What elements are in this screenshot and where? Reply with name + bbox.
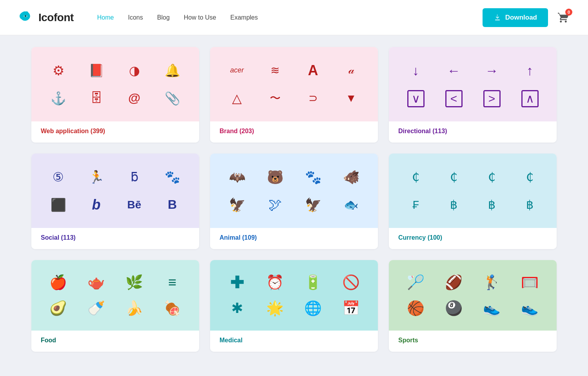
- card-footer-food: Food: [31, 331, 199, 352]
- icon-bat: 🦇: [228, 168, 247, 186]
- download-button[interactable]: Download: [483, 8, 548, 27]
- icon-bebo: b: [87, 195, 106, 214]
- card-medical: ✚ ⏰ 🔋 🚫 ✱ 🌟 🌐 📅 Medical: [210, 260, 378, 352]
- icon-at: @: [125, 89, 144, 108]
- card-footer-animal: Animal (109): [210, 228, 378, 249]
- icon-brand7: ⊃: [304, 89, 323, 108]
- icon-blackberry: ⬛: [49, 195, 68, 214]
- icon-basketball-net: 🥅: [521, 273, 539, 292]
- card-title-food[interactable]: Food: [41, 337, 56, 343]
- icon-wings: 🦅: [304, 195, 323, 214]
- card-preview-directional: ↓ ← → ↑ ∨ < > ∧: [389, 47, 557, 121]
- card-title-animal[interactable]: Animal (109): [220, 234, 257, 241]
- icon-artichoke: 🌿: [125, 273, 144, 292]
- header-actions: Download 0: [483, 8, 572, 27]
- icon-bluetooth: ✱: [228, 299, 247, 318]
- icon-brightness: 🌟: [266, 299, 285, 318]
- icon-currency3: ₵: [483, 168, 501, 186]
- logo-text: Icofont: [38, 11, 74, 24]
- nav-home[interactable]: Home: [97, 14, 114, 21]
- card-title-currency[interactable]: Currency (100): [398, 234, 442, 241]
- icon-attach: 📎: [163, 89, 182, 108]
- nav-icons[interactable]: Icons: [128, 14, 143, 21]
- icon-bitcoin: ฿: [445, 195, 463, 214]
- icon-anchor: ⚓: [49, 89, 68, 108]
- icon-half-circle: ◑: [125, 61, 144, 80]
- icon-alarm-clock: ⏰: [266, 273, 285, 292]
- icon-arrow-left: ←: [445, 61, 463, 80]
- card-footer-social: Social (113): [31, 228, 199, 249]
- icon-badminton: 🏸: [407, 273, 425, 292]
- icon-currency7: ฿: [483, 195, 501, 214]
- card-footer-web-application: Web application (399): [31, 121, 199, 143]
- icon-adobe: A: [304, 61, 323, 80]
- icon-baidu: 🐾: [163, 168, 182, 186]
- icon-bottle: 🍼: [87, 299, 106, 318]
- logo-icon: [16, 8, 34, 27]
- icon-dir-box-right: >: [483, 90, 501, 107]
- icon-blocked: 🚫: [342, 273, 361, 292]
- card-preview-food: 🍎 🫖 🌿 ≡ 🥑 🍼 🍌 🍖: [31, 260, 199, 331]
- cart-button[interactable]: 0: [554, 9, 572, 27]
- icon-500px: ⑤: [49, 168, 68, 186]
- card-sports: 🏸 🏈 🏌 🥅 🏀 🎱 👟 👟 Sports: [389, 260, 557, 352]
- icon-boar: 🐗: [342, 168, 361, 186]
- icon-bell: 🔔: [163, 61, 182, 80]
- icon-medical-cross: ✚: [228, 273, 247, 292]
- icon-currency4: ₵: [521, 168, 539, 186]
- icon-apple: 🍎: [49, 273, 68, 292]
- card-preview-animal: 🦇 🐻 🐾 🐗 🦅 🕊 🦅 🐟: [210, 154, 378, 228]
- icon-airbnb: △: [228, 89, 247, 108]
- nav-blog[interactable]: Blog: [157, 14, 170, 21]
- card-preview-social: ⑤ 🏃 ƃ 🐾 ⬛ b Bē B: [31, 154, 199, 228]
- nav-how-to-use[interactable]: How to Use: [184, 14, 216, 21]
- icon-social-run: 🏃: [87, 168, 106, 186]
- card-footer-medical: Medical: [210, 331, 378, 352]
- icon-shoe2: 👟: [521, 299, 539, 318]
- icon-currency5: ₣: [407, 195, 425, 214]
- icon-globe: 🌐: [304, 299, 323, 318]
- icon-currency8: ฿: [521, 195, 539, 214]
- icon-avocado: 🥑: [49, 299, 68, 318]
- card-title-sports[interactable]: Sports: [398, 337, 418, 343]
- card-food: 🍎 🫖 🌿 ≡ 🥑 🍼 🍌 🍖 Food: [31, 260, 199, 352]
- card-directional: ↓ ← → ↑ ∨ < > ∧ Directional (113): [389, 47, 557, 143]
- icon-dir-box-up: ∧: [521, 90, 539, 107]
- svg-point-1: [25, 15, 27, 17]
- icon-dir-box-left: <: [445, 90, 463, 107]
- logo[interactable]: Icofont: [16, 8, 74, 27]
- icon-arrow-down: ↓: [407, 61, 425, 80]
- card-title-brand[interactable]: Brand (203): [220, 128, 254, 134]
- icon-eagle: 🦅: [228, 195, 247, 214]
- svg-point-0: [25, 11, 28, 14]
- icon-calendar: 📅: [342, 299, 361, 318]
- card-title-directional[interactable]: Directional (113): [398, 128, 447, 134]
- main-content: ⚙ 📕 ◑ 🔔 ⚓ 🗄 @ 📎 Web application (399) ac…: [0, 35, 588, 367]
- icon-battery: 🔋: [304, 273, 323, 292]
- card-preview-brand: acer ≋ A 𝒶 △ 〜 ⊃ ▼: [210, 47, 378, 121]
- icon-golf: 🏌: [483, 273, 501, 292]
- card-currency: ₵ ₵ ₵ ₵ ₣ ฿ ฿ ฿ Currency (100): [389, 154, 557, 249]
- nav-examples[interactable]: Examples: [230, 14, 258, 21]
- icon-arrow-up: ↑: [521, 61, 539, 80]
- card-footer-directional: Directional (113): [389, 121, 557, 143]
- header: Icofont Home Icons Blog How to Use Examp…: [0, 0, 588, 35]
- icon-bbq: 🍖: [163, 299, 182, 318]
- card-footer-brand: Brand (203): [210, 121, 378, 143]
- card-title-medical[interactable]: Medical: [220, 337, 243, 343]
- icon-blogger: B: [163, 195, 182, 214]
- icon-behance: Bē: [125, 195, 144, 214]
- icon-billiard: 🎱: [445, 299, 463, 318]
- card-preview-currency: ₵ ₵ ₵ ₵ ₣ ฿ ฿ ฿: [389, 154, 557, 228]
- icon-categories-grid: ⚙ 📕 ◑ 🔔 ⚓ 🗄 @ 📎 Web application (399) ac…: [31, 47, 557, 352]
- card-title-social[interactable]: Social (113): [41, 234, 76, 241]
- card-footer-currency: Currency (100): [389, 228, 557, 249]
- card-title-web-application[interactable]: Web application (399): [41, 128, 105, 134]
- icon-beatport: ƃ: [125, 168, 144, 186]
- icon-dir-box-down: ∨: [407, 90, 425, 107]
- icon-arrow-right: →: [483, 61, 501, 80]
- icon-fork: ⚙: [49, 61, 68, 80]
- card-preview-web-application: ⚙ 📕 ◑ 🔔 ⚓ 🗄 @ 📎: [31, 47, 199, 121]
- icon-currency1: ₵: [407, 168, 425, 186]
- cart-badge: 0: [565, 9, 572, 16]
